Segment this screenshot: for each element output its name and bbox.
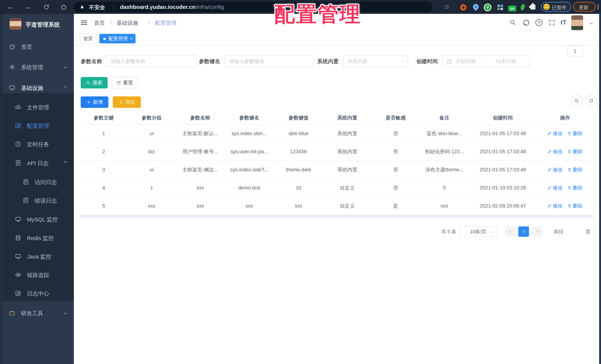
forward-icon[interactable]: →: [24, 3, 32, 11]
delete-link[interactable]: 删除: [567, 184, 583, 191]
monitor-icon: [15, 253, 21, 260]
date-separator: -: [485, 56, 486, 67]
browser-update-button[interactable]: 更新: [573, 2, 596, 12]
col-param-id: 参数主键: [80, 111, 128, 124]
hamburger-icon[interactable]: [81, 20, 87, 21]
table-row[interactable]: 1ui主框架页-默认...sys.index.skin...skin-blue系…: [80, 124, 593, 142]
sprout-extension-icon[interactable]: [520, 4, 526, 11]
cloud-icon: [15, 104, 21, 111]
param-key-label: 参数键名: [199, 55, 220, 67]
edit-link[interactable]: 修改: [547, 184, 563, 191]
grid-extension-icon[interactable]: [497, 5, 500, 7]
sidebar-item-api-log[interactable]: API 日志: [3, 154, 74, 172]
home-icon[interactable]: [60, 3, 67, 10]
page-size-select[interactable]: 10条/页: [460, 226, 497, 237]
sidebar-item-redis[interactable]: Redis 监控: [3, 229, 74, 247]
delete-link[interactable]: 删除: [567, 148, 583, 155]
sidebar-item-log-center[interactable]: 日志中心: [3, 284, 74, 303]
edit-icon: [547, 131, 552, 136]
sidebar-item-jobs[interactable]: 定时任务: [3, 135, 74, 153]
edit-link[interactable]: 修改: [547, 148, 563, 155]
edit-link[interactable]: 修改: [547, 202, 563, 209]
sidebar-item-home[interactable]: 首页: [3, 37, 74, 56]
reset-button[interactable]: 重置: [112, 77, 138, 89]
config-table: 参数主键 参数分组 参数名称 参数键名 参数键值 系统内置 是否敏感 备注 创建…: [80, 111, 593, 215]
delete-link[interactable]: 删除: [567, 166, 583, 173]
edit-link[interactable]: 修改: [547, 130, 563, 137]
breadcrumb-infra[interactable]: 基础设施: [117, 19, 138, 27]
sidebar-item-mysql[interactable]: MySQL 监控: [3, 210, 74, 228]
green-v-extension-icon[interactable]: V: [484, 4, 491, 10]
breadcrumb-home[interactable]: 首页: [94, 19, 105, 27]
goto-label: 前往: [554, 226, 563, 237]
browser-menu-icon[interactable]: [598, 5, 599, 6]
refresh-button[interactable]: [585, 95, 597, 107]
gear-icon: [9, 64, 16, 70]
app-logo[interactable]: 芋道管理系统: [10, 18, 70, 31]
table-row[interactable]: 5xxxxxxxxxxxx自定义是xxx2021-02-09 20:06:47 …: [80, 197, 593, 215]
sidebar-item-system[interactable]: 系统管理: [3, 58, 74, 76]
date-range-picker[interactable]: 开始日期 - 结束日期: [442, 55, 530, 67]
address-bar[interactable]: ▲ 不安全 dashboard.yudao.iocoder.cn/infra/c…: [73, 2, 433, 12]
param-name-input[interactable]: [106, 55, 197, 67]
on-badge-extension-icon[interactable]: on: [508, 6, 516, 11]
fontsize-icon[interactable]: tT: [561, 19, 566, 26]
edit-icon: [547, 149, 552, 154]
delete-link[interactable]: 删除: [567, 130, 583, 137]
edit-icon: [15, 290, 21, 297]
reload-icon[interactable]: [43, 3, 50, 10]
close-icon[interactable]: ×: [130, 34, 133, 43]
breadcrumb-separator: /: [149, 19, 150, 25]
prev-page-button[interactable]: [505, 226, 516, 237]
export-button[interactable]: 导出: [113, 96, 141, 108]
table-row[interactable]: 2biz用户管理-账号...sys.user.init-pa...123456系…: [80, 142, 593, 161]
eye-icon: [15, 272, 21, 278]
orange-extension-icon[interactable]: [460, 4, 466, 10]
delete-icon: [567, 186, 572, 190]
col-param-value: 参数键值: [274, 111, 323, 124]
database-icon: [15, 234, 21, 241]
toggle-search-button[interactable]: [571, 95, 582, 107]
col-param-key: 参数键名: [224, 111, 274, 124]
sidebar-item-access-log[interactable]: 访问日志: [3, 173, 74, 191]
sidebar-item-tracing[interactable]: 链路追踪: [3, 266, 74, 284]
table-row[interactable]: 41xxxdemo.test10自定义否52021-01-19 03:10:26…: [80, 179, 593, 197]
edit-icon: [547, 168, 552, 172]
edit-link[interactable]: 修改: [547, 166, 563, 173]
sidebar-item-infra[interactable]: 基础设施: [3, 79, 74, 97]
chevron-down-icon[interactable]: [590, 21, 593, 24]
sidebar: 芋道管理系统 首页 系统管理 基础设施 文件管理 配置管理 定时任务 API 日…: [0, 14, 74, 364]
builtin-select[interactable]: 系统内置: [343, 55, 408, 67]
col-remark: 备注: [420, 111, 469, 124]
github-icon[interactable]: [522, 19, 530, 26]
tab-home[interactable]: 首页: [80, 34, 96, 43]
search-icon[interactable]: [509, 19, 516, 26]
tab-bar: 首页 配置管理 ×: [74, 31, 599, 46]
back-icon[interactable]: ←: [6, 3, 15, 11]
url-path: /infra/config: [195, 4, 224, 10]
fullscreen-icon[interactable]: [548, 19, 555, 26]
puzzle-extensions-icon[interactable]: [530, 4, 535, 10]
pin-extension-icon[interactable]: [472, 3, 480, 11]
table-row[interactable]: 3ui主框架页-侧边...sys.index.sideT...theme-dar…: [80, 161, 593, 179]
search-button[interactable]: 搜索: [81, 77, 108, 89]
current-page-button[interactable]: 1: [518, 226, 529, 237]
goto-page-input[interactable]: [567, 46, 583, 56]
param-key-input[interactable]: [225, 55, 314, 67]
param-name-label: 参数名称: [81, 55, 102, 67]
sidebar-item-dev-tools[interactable]: 研发工具: [3, 304, 74, 322]
tab-config-active[interactable]: 配置管理 ×: [99, 34, 136, 43]
filter-form: 参数名称 参数键名 系统内置 系统内置 创建时间 开始日期 - 结束日期: [74, 55, 599, 67]
sidebar-item-files[interactable]: 文件管理: [3, 98, 74, 116]
col-sensitive: 是否敏感: [371, 111, 420, 124]
sidebar-item-config[interactable]: 配置管理: [3, 116, 74, 135]
delete-link[interactable]: 删除: [567, 202, 583, 209]
user-avatar[interactable]: [571, 15, 583, 30]
add-button[interactable]: 新增: [81, 96, 108, 108]
sidebar-item-error-log[interactable]: 错误日志: [3, 191, 74, 210]
sidebar-item-java[interactable]: Java 监控: [3, 247, 74, 266]
next-page-button[interactable]: [531, 226, 542, 237]
profile-paused-badge[interactable]: 已暂停: [541, 2, 571, 12]
bookmark-star-icon[interactable]: ☆: [444, 3, 450, 11]
help-icon[interactable]: ?: [535, 19, 542, 26]
